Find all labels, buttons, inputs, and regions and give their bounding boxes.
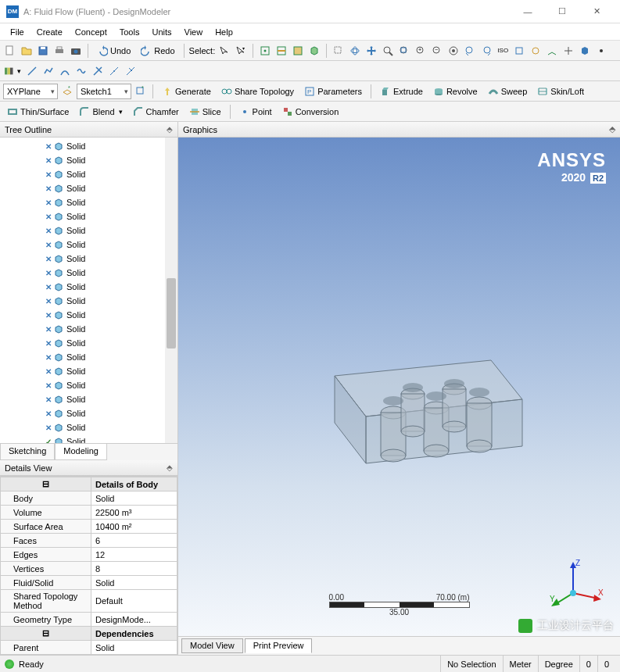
tree-outline[interactable]: ✕Solid✕Solid✕Solid✕Solid✕Solid✕Solid✕Sol… xyxy=(0,138,177,443)
menu-tools[interactable]: Tools xyxy=(114,25,145,39)
view-icon-4[interactable] xyxy=(561,44,575,58)
skinloft-button[interactable]: Skin/Loft xyxy=(533,84,588,98)
tree-item-solid[interactable]: ✕Solid xyxy=(0,294,177,308)
view-icon-3[interactable] xyxy=(545,44,559,58)
share-topology-button[interactable]: Share Topology xyxy=(217,84,298,98)
tab-model-view[interactable]: Model View xyxy=(181,638,243,653)
parameters-button[interactable]: PParameters xyxy=(300,84,366,98)
sketch-spline-icon[interactable] xyxy=(74,64,88,78)
tree-item-solid[interactable]: ✕Solid xyxy=(0,209,177,223)
close-button[interactable]: ✕ xyxy=(579,0,614,23)
detail-val[interactable]: 12 xyxy=(91,548,177,562)
detail-val[interactable]: 8 xyxy=(91,562,177,576)
look-at-icon[interactable] xyxy=(446,44,461,58)
tree-item-solid[interactable]: ✕Solid xyxy=(0,322,177,336)
save-icon[interactable] xyxy=(36,44,50,58)
undo-button[interactable]: Undo xyxy=(93,44,134,58)
menu-concept[interactable]: Concept xyxy=(70,25,113,39)
tree-item-solid[interactable]: ✕Solid xyxy=(0,223,177,238)
detail-val[interactable]: Solid xyxy=(91,641,177,655)
sketch-polyline-icon[interactable] xyxy=(41,64,56,78)
next-view-icon[interactable] xyxy=(479,44,493,58)
tree-item-solid[interactable]: ✕Solid xyxy=(0,378,177,392)
tree-item-solid[interactable]: ✕Solid xyxy=(0,350,177,364)
extrude-button[interactable]: Extrude xyxy=(376,84,427,98)
menu-units[interactable]: Units xyxy=(146,25,177,39)
detail-val[interactable]: Default xyxy=(91,590,177,613)
tree-item-solid[interactable]: ✕Solid xyxy=(0,420,177,434)
tree-item-solid[interactable]: ✕Solid xyxy=(0,238,177,252)
plane-dropdown[interactable]: XYPlane xyxy=(3,84,58,99)
zoom-in-icon[interactable]: + xyxy=(414,44,428,58)
chamfer-button[interactable]: Chamfer xyxy=(129,105,183,119)
tree-item-solid[interactable]: ✕Solid xyxy=(0,364,177,378)
zoom-box-icon[interactable] xyxy=(332,44,346,58)
camera-icon[interactable] xyxy=(69,44,83,58)
revolve-button[interactable]: Revolve xyxy=(429,84,482,98)
tab-modeling[interactable]: Modeling xyxy=(55,444,107,460)
sketch-rect-icon[interactable] xyxy=(107,64,121,78)
pin-icon[interactable]: ⬘ xyxy=(167,463,173,472)
tree-item-solid[interactable]: ✓Solid xyxy=(0,434,177,443)
viewport[interactable]: ANSYS 2020 R2 xyxy=(178,138,620,636)
view-icon-6[interactable] xyxy=(594,44,608,58)
sketch-arc-icon[interactable] xyxy=(58,64,72,78)
new-icon[interactable] xyxy=(3,44,17,58)
tree-item-solid[interactable]: ✕Solid xyxy=(0,308,177,322)
redo-button[interactable]: Redo xyxy=(137,44,178,58)
tree-item-solid[interactable]: ✕Solid xyxy=(0,336,177,350)
select-face-icon[interactable] xyxy=(291,44,305,58)
tree-scrollbar[interactable] xyxy=(165,138,177,443)
view-icon-1[interactable] xyxy=(512,44,526,58)
menu-create[interactable]: Create xyxy=(31,25,68,39)
detail-val[interactable]: DesignMode... xyxy=(91,613,177,627)
detail-val[interactable]: Solid xyxy=(91,491,177,506)
sketch-circle-icon[interactable] xyxy=(91,64,105,78)
tree-item-solid[interactable]: ✕Solid xyxy=(0,167,177,181)
detail-val[interactable]: 22500 m³ xyxy=(91,506,177,520)
open-icon[interactable] xyxy=(20,44,34,58)
minimize-button[interactable]: — xyxy=(511,0,545,23)
zoom-out-icon[interactable]: − xyxy=(430,44,444,58)
pin-icon[interactable]: ⬘ xyxy=(167,125,173,134)
tree-item-solid[interactable]: ✕Solid xyxy=(0,139,177,153)
triad-icon[interactable]: Z X Y xyxy=(550,558,604,613)
zoom-fit-icon[interactable] xyxy=(397,44,411,58)
new-sketch-icon[interactable]: * xyxy=(134,84,148,98)
tab-sketching[interactable]: Sketching xyxy=(0,444,55,460)
menu-help[interactable]: Help xyxy=(210,25,238,39)
tree-item-solid[interactable]: ✕Solid xyxy=(0,181,177,195)
detail-val[interactable]: 10400 m² xyxy=(91,520,177,534)
prev-view-icon[interactable] xyxy=(463,44,477,58)
select-vertex-icon[interactable] xyxy=(258,44,272,58)
menu-view[interactable]: View xyxy=(179,25,209,39)
conversion-button[interactable]: Conversion xyxy=(278,105,343,119)
sketch-point-icon[interactable] xyxy=(124,64,138,78)
tree-item-solid[interactable]: ✕Solid xyxy=(0,392,177,406)
tree-item-solid[interactable]: ✕Solid xyxy=(0,406,177,420)
detail-val[interactable]: Solid xyxy=(91,576,177,590)
select-body-icon[interactable] xyxy=(307,44,321,58)
sweep-button[interactable]: Sweep xyxy=(484,84,532,98)
detail-val[interactable]: 6 xyxy=(91,534,177,548)
view-icon-2[interactable] xyxy=(529,44,543,58)
tree-item-solid[interactable]: ✕Solid xyxy=(0,252,177,266)
blend-button[interactable]: Blend▾ xyxy=(75,105,126,119)
new-plane-icon[interactable]: * xyxy=(60,84,74,98)
rotate-icon[interactable] xyxy=(348,44,362,58)
cursor-icon[interactable] xyxy=(217,44,231,58)
select-edge-icon[interactable] xyxy=(274,44,288,58)
iso-icon[interactable]: ISO xyxy=(496,44,510,58)
select-mode-icon[interactable]: ▾ xyxy=(234,44,248,58)
tree-item-solid[interactable]: ✕Solid xyxy=(0,153,177,167)
sketch-dropdown[interactable]: Sketch1 xyxy=(77,84,131,99)
maximize-button[interactable]: ☐ xyxy=(545,0,579,23)
tab-print-preview[interactable]: Print Preview xyxy=(245,638,313,653)
pin-icon[interactable]: ⬘ xyxy=(609,124,615,134)
tree-item-solid[interactable]: ✕Solid xyxy=(0,195,177,209)
zoom-icon[interactable] xyxy=(381,44,395,58)
generate-button[interactable]: Generate xyxy=(158,84,215,98)
pan-icon[interactable] xyxy=(364,44,378,58)
point-button[interactable]: Point xyxy=(235,105,276,119)
print-icon[interactable] xyxy=(52,44,66,58)
